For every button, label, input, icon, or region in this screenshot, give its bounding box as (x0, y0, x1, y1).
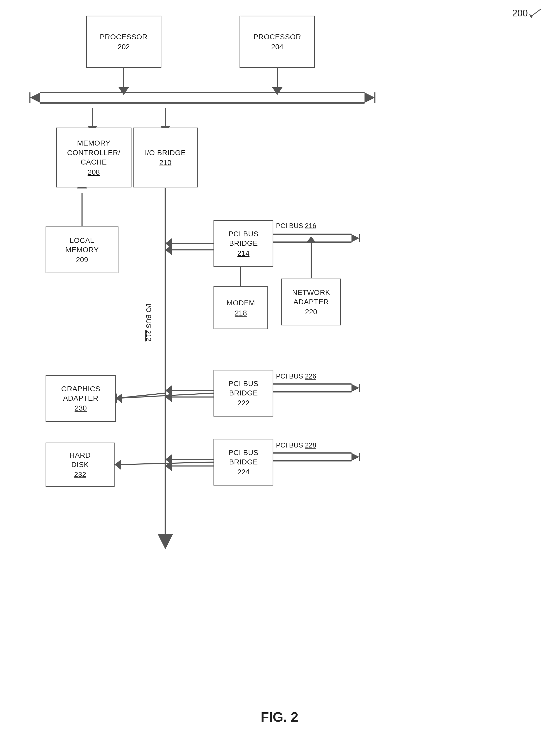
network-adapter-220: NETWORK ADAPTER 220 (281, 279, 341, 325)
svg-marker-23 (165, 238, 172, 249)
processor-204: PROCESSOR 204 (240, 16, 315, 68)
local-memory-209-num: 209 (76, 256, 88, 264)
svg-marker-53 (165, 454, 172, 465)
pci-bus-bridge-222-label: PCI BUS BRIDGE (228, 379, 259, 398)
memory-controller-208-num: 208 (88, 168, 100, 177)
pci-bus-228-label: PCI BUS 228 (276, 441, 316, 449)
svg-marker-47 (352, 384, 359, 392)
hard-disk-232-label: HARD DISK (69, 451, 91, 469)
local-memory-209: LOCAL MEMORY 209 (46, 227, 118, 273)
ref-arrow (527, 8, 542, 18)
hard-disk-232: HARD DISK 232 (46, 442, 115, 487)
ref-200: 200 (512, 8, 528, 19)
pci-bus-226-label: PCI BUS 226 (276, 372, 316, 380)
svg-marker-25 (165, 245, 172, 255)
modem-218-label: MODEM (226, 298, 255, 308)
io-bridge-210-num: 210 (159, 159, 172, 167)
svg-marker-35 (306, 236, 316, 243)
modem-218: MODEM 218 (214, 287, 268, 329)
svg-line-36 (116, 393, 214, 398)
network-adapter-220-label: NETWORK ADAPTER (292, 288, 330, 307)
pci-bus-bridge-214-num: 214 (238, 249, 250, 257)
svg-marker-12 (118, 87, 129, 95)
modem-218-num: 218 (235, 309, 247, 317)
graphics-adapter-230: GRAPHICS ADAPTER 230 (46, 375, 116, 422)
io-bus-212-label: I/O BUS 212 (144, 303, 153, 342)
svg-marker-62 (158, 534, 173, 549)
processor-202-num: 202 (118, 43, 130, 51)
io-bridge-210-label: I/O BRIDGE (145, 148, 186, 158)
processor-202: PROCESSOR 202 (86, 16, 161, 68)
io-bridge-210: I/O BRIDGE 210 (133, 128, 198, 187)
local-memory-209-label: LOCAL MEMORY (65, 236, 99, 255)
svg-marker-14 (272, 87, 283, 95)
svg-marker-64 (529, 14, 533, 18)
svg-marker-8 (364, 92, 375, 103)
diagram-container: 200 PROCESSOR 202 PROCESSOR 204 MEMORY C… (0, 0, 559, 756)
svg-line-38 (116, 393, 165, 398)
graphics-adapter-230-label: GRAPHICS ADAPTER (61, 384, 100, 403)
svg-marker-29 (352, 234, 359, 242)
pci-bus-bridge-224-num: 224 (238, 468, 250, 476)
pci-bus-bridge-224-label: PCI BUS BRIDGE (228, 448, 259, 467)
processor-204-label: PROCESSOR (253, 32, 301, 42)
svg-marker-59 (352, 453, 359, 461)
pci-bus-bridge-222-num: 222 (238, 399, 250, 407)
memory-controller-208: MEMORY CONTROLLER/ CACHE 208 (56, 128, 132, 187)
svg-marker-51 (115, 459, 121, 470)
pci-bus-bridge-214-label: PCI BUS BRIDGE (228, 229, 259, 248)
graphics-adapter-230-num: 230 (75, 404, 87, 412)
processor-204-num: 204 (271, 43, 284, 51)
svg-marker-41 (165, 385, 172, 396)
memory-controller-208-label: MEMORY CONTROLLER/ CACHE (67, 138, 120, 167)
pci-bus-bridge-214: PCI BUS BRIDGE 214 (214, 220, 273, 267)
network-adapter-220-num: 220 (305, 308, 317, 316)
hard-disk-232-num: 232 (74, 471, 86, 479)
processor-202-label: PROCESSOR (100, 32, 148, 42)
svg-marker-55 (165, 461, 172, 471)
pci-bus-bridge-224: PCI BUS BRIDGE 224 (214, 439, 273, 485)
svg-marker-7 (30, 92, 40, 103)
svg-marker-39 (116, 393, 122, 404)
svg-line-50 (115, 462, 214, 465)
fig-label: FIG. 2 (261, 709, 298, 725)
svg-marker-43 (165, 392, 172, 402)
pci-bus-bridge-222: PCI BUS BRIDGE 222 (214, 370, 273, 416)
pci-bus-216-label: PCI BUS 216 (276, 222, 316, 230)
